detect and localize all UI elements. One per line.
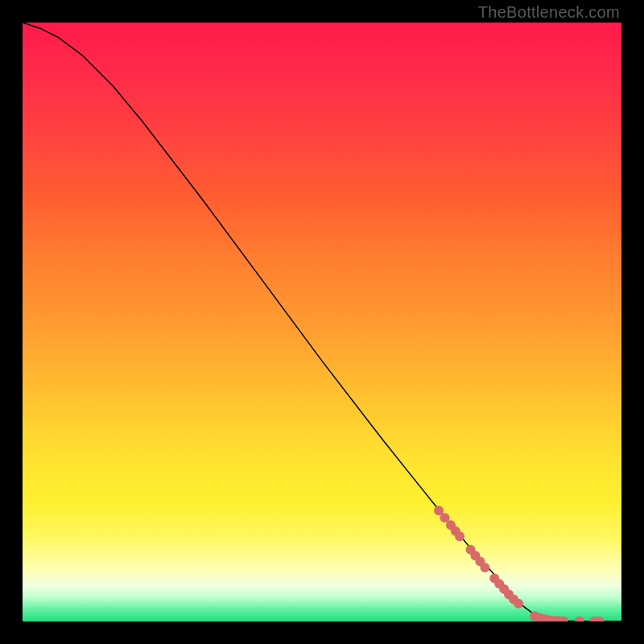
chart-frame: [0, 0, 644, 644]
data-marker: [514, 599, 523, 609]
bottleneck-curve: [23, 23, 621, 621]
curve-layer: [23, 23, 621, 621]
data-marker: [480, 563, 489, 572]
plot-area: [23, 23, 621, 621]
data-marker: [455, 531, 464, 541]
watermark-text: TheBottleneck.com: [478, 3, 620, 22]
data-marker: [575, 617, 584, 621]
